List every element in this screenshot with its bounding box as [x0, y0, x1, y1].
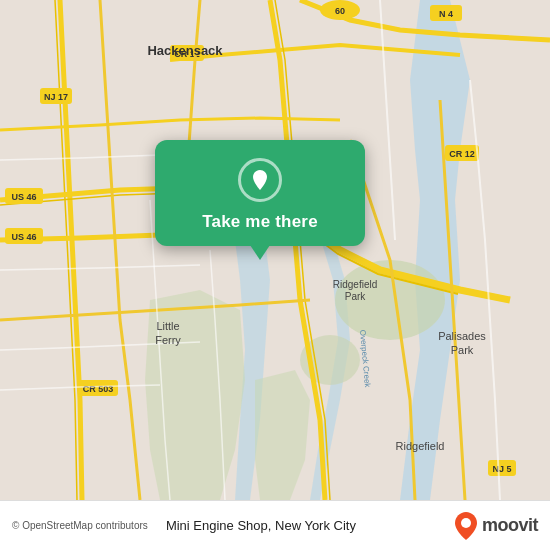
- svg-text:NJ 17: NJ 17: [44, 92, 68, 102]
- navigation-popup[interactable]: Take me there: [155, 140, 365, 246]
- svg-text:US 46: US 46: [11, 192, 36, 202]
- separator: [154, 520, 160, 532]
- location-title: Mini Engine Shop, New York City: [166, 518, 356, 533]
- svg-text:Ferry: Ferry: [155, 334, 181, 346]
- svg-text:NJ 5: NJ 5: [492, 464, 511, 474]
- location-icon-wrapper: [238, 158, 282, 202]
- svg-text:Palisades: Palisades: [438, 330, 486, 342]
- svg-point-31: [461, 518, 471, 528]
- svg-text:Park: Park: [345, 291, 367, 302]
- svg-text:Ridgefield: Ridgefield: [333, 279, 377, 290]
- svg-text:US 46: US 46: [11, 232, 36, 242]
- svg-text:N 4: N 4: [439, 9, 453, 19]
- svg-text:Hackensack: Hackensack: [147, 43, 223, 58]
- svg-text:CR 12: CR 12: [449, 149, 475, 159]
- svg-text:CR 503: CR 503: [83, 384, 114, 394]
- bottom-bar: © OpenStreetMap contributors Mini Engine…: [0, 500, 550, 550]
- osm-copyright: © OpenStreetMap contributors: [12, 520, 148, 531]
- location-pin-icon: [248, 168, 272, 192]
- svg-text:Ridgefield: Ridgefield: [396, 440, 445, 452]
- moovit-logo: moovit: [455, 512, 538, 540]
- svg-text:Little: Little: [156, 320, 179, 332]
- moovit-pin-icon: [455, 512, 477, 540]
- moovit-brand-text: moovit: [482, 515, 538, 536]
- svg-text:Park: Park: [451, 344, 474, 356]
- take-me-there-button[interactable]: Take me there: [202, 212, 318, 232]
- map-svg: US 46 US 46 N 4 NJ 17 60 CR 12 CR 12 NJ …: [0, 0, 550, 500]
- map-view[interactable]: US 46 US 46 N 4 NJ 17 60 CR 12 CR 12 NJ …: [0, 0, 550, 500]
- svg-text:60: 60: [335, 6, 345, 16]
- bottom-left-section: © OpenStreetMap contributors Mini Engine…: [12, 518, 356, 533]
